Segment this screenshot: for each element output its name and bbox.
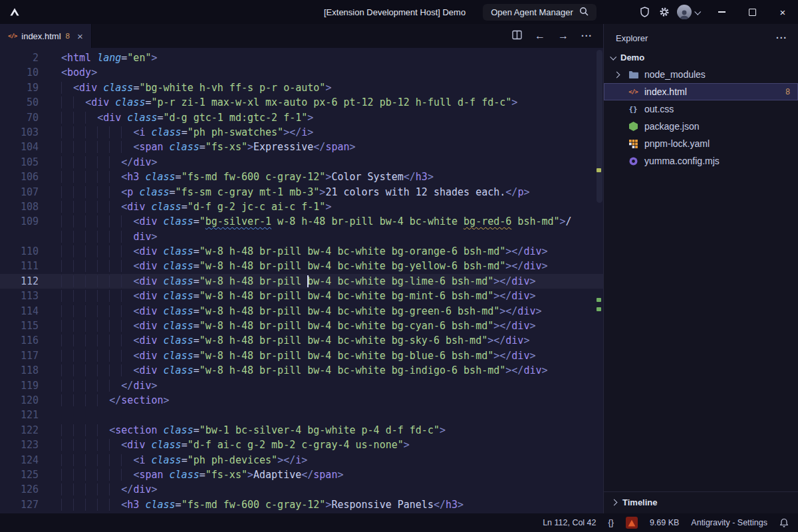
code-text: <div class="p-r zi-1 max-w-xl mx-auto px… [47, 95, 603, 110]
code-line-wrap[interactable]: div> [0, 229, 603, 244]
code-text: <div class="w-8 h-48 br-pill bw-4 bc-whi… [47, 319, 603, 333]
code-text [47, 408, 603, 422]
tab-index-html[interactable]: </> index.html 8 × [0, 24, 92, 48]
explorer-section-demo[interactable]: Demo [604, 50, 798, 66]
overview-ruler-mark [597, 168, 601, 172]
maximize-button[interactable] [737, 0, 767, 24]
bell-icon[interactable] [779, 518, 789, 527]
line-number: 109 [0, 214, 47, 229]
code-line-117[interactable]: 117 <div class="w-8 h-48 br-pill bw-4 bc… [0, 348, 603, 363]
account-menu[interactable] [677, 5, 700, 19]
tab-bar: </> index.html 8 × ← → ··· [0, 24, 603, 48]
code-line-10[interactable]: 10<body> [0, 65, 603, 80]
editor[interactable]: 2<html lang="en">10<body>19 <div class="… [0, 48, 603, 513]
code-line-112[interactable]: 112 <div class="w-8 h-48 br-pill bw-4 bc… [0, 274, 603, 289]
code-line-70[interactable]: 70 <div class="d-g gtc-1 md:gtc-2 f-1"> [0, 110, 603, 125]
code-line-122[interactable]: 122 <section class="bw-1 bc-silver-4 bg-… [0, 423, 603, 438]
file-item-node_modules[interactable]: node_modules [604, 66, 798, 83]
line-number: 119 [0, 378, 47, 393]
more-actions-icon[interactable]: ··· [581, 31, 593, 41]
file-item-yumma.config.mjs[interactable]: yumma.config.mjs [604, 152, 798, 170]
code-line-108[interactable]: 108 <div class="d-f g-2 jc-c ai-c f-1"> [0, 200, 603, 214]
cursor-position[interactable]: Ln 112, Col 42 [543, 518, 596, 527]
code-line-110[interactable]: 110 <div class="w-8 h-48 br-pill bw-4 bc… [0, 244, 603, 259]
navigate-back-icon[interactable]: ← [535, 30, 545, 42]
line-number: 10 [0, 65, 47, 80]
file-item-index.html[interactable]: </>index.html8 [604, 83, 798, 100]
chevron-down-icon [694, 8, 701, 15]
code-line-127[interactable]: 127 <h3 class="fs-md fw-600 c-gray-12">R… [0, 497, 603, 512]
code-line-120[interactable]: 120 </section> [0, 393, 603, 408]
code-line-114[interactable]: 114 <div class="w-8 h-48 br-pill bw-4 bc… [0, 304, 603, 319]
code-line-121[interactable]: 121 [0, 408, 603, 422]
code-text: <div class="d-f ai-c g-2 mb-2 c-gray-4 u… [47, 438, 603, 452]
code-text: <div class="w-8 h-48 br-pill bw-4 bc-whi… [47, 333, 603, 348]
explorer-more-icon[interactable]: ··· [776, 33, 787, 43]
code-line-123[interactable]: 123 <div class="d-f ai-c g-2 mb-2 c-gray… [0, 438, 603, 452]
file-label: package.json [644, 121, 790, 132]
open-agent-manager-label: Open Agent Manager [491, 7, 573, 17]
tab-label: index.html [21, 31, 61, 41]
window-title: [Extension Development Host] Demo [324, 7, 466, 17]
scrollbar-thumb[interactable] [597, 50, 602, 203]
code-line-124[interactable]: 124 <i class="ph ph-devices"></i> [0, 453, 603, 467]
code-line-115[interactable]: 115 <div class="w-8 h-48 br-pill bw-4 bc… [0, 319, 603, 333]
line-number: 125 [0, 467, 47, 482]
file-label: out.css [644, 104, 790, 114]
minimize-button[interactable] [706, 0, 737, 24]
code-line-119[interactable]: 119 </div> [0, 378, 603, 393]
antigravity-logo-icon[interactable] [626, 517, 638, 529]
code-line-125[interactable]: 125 <span class="fs-xs">Adaptive</span> [0, 467, 603, 482]
code-line-103[interactable]: 103 <i class="ph ph-swatches"></i> [0, 125, 603, 140]
code-line-109[interactable]: 109 <div class="bg-silver-1 w-8 h-48 br-… [0, 214, 603, 229]
line-number: 116 [0, 333, 47, 348]
code-text: <div class="w-8 h-48 br-pill bw-4 bc-whi… [47, 348, 603, 363]
file-label: yumma.config.mjs [644, 156, 790, 166]
code-line-106[interactable]: 106 <h3 class="fs-md fw-600 c-gray-12">C… [0, 170, 603, 184]
close-button[interactable]: × [767, 0, 798, 24]
language-mode-icon[interactable]: {} [608, 518, 614, 527]
code-text: <p class="fs-sm c-gray mt-1 mb-3">21 col… [47, 185, 603, 200]
status-bar: Ln 112, Col 42 {} 9.69 KB Antigravity - … [0, 513, 798, 532]
code-line-126[interactable]: 126 </div> [0, 482, 603, 497]
line-number: 105 [0, 155, 47, 170]
file-label: node_modules [644, 69, 790, 80]
code-text: <span class="fs-xs">Adaptive</span> [47, 467, 603, 482]
code-line-104[interactable]: 104 <span class="fs-xs">Expressive</span… [0, 140, 603, 154]
file-item-out.css[interactable]: {}out.css [604, 100, 798, 118]
settings-gear-icon[interactable] [654, 0, 674, 24]
file-item-pnpm-lock.yaml[interactable]: pnpm-lock.yaml [604, 135, 798, 152]
timeline-section[interactable]: Timeline [604, 491, 798, 513]
html-file-icon: </> [626, 88, 640, 95]
split-editor-icon[interactable] [512, 30, 522, 43]
tab-close-icon[interactable]: × [77, 31, 83, 42]
shield-icon[interactable] [634, 0, 654, 24]
code-text: <div class="w-8 h-48 br-pill bw-4 bc-whi… [47, 304, 603, 319]
titlebar-center: [Extension Development Host] Demo Open A… [324, 0, 597, 24]
code-line-105[interactable]: 105 </div> [0, 155, 603, 170]
code-line-107[interactable]: 107 <p class="fs-sm c-gray mt-1 mb-3">21… [0, 185, 603, 200]
line-number: 50 [0, 95, 47, 110]
code-line-118[interactable]: 118 <div class="w-8 h-48 br-pill bw-4 bc… [0, 363, 603, 378]
code-line-116[interactable]: 116 <div class="w-8 h-48 br-pill bw-4 bc… [0, 333, 603, 348]
app-window: [Extension Development Host] Demo Open A… [0, 0, 798, 532]
css-file-icon: {} [626, 105, 640, 114]
navigate-forward-icon[interactable]: → [558, 30, 569, 42]
open-agent-manager-button[interactable]: Open Agent Manager [483, 4, 597, 21]
code-lines: 2<html lang="en">10<body>19 <div class="… [0, 48, 603, 512]
code-line-111[interactable]: 111 <div class="w-8 h-48 br-pill bw-4 bc… [0, 259, 603, 273]
code-text: </section> [47, 393, 603, 408]
file-list: node_modules</>index.html8{}out.csspacka… [604, 66, 798, 170]
line-number: 106 [0, 170, 47, 184]
code-line-113[interactable]: 113 <div class="w-8 h-48 br-pill bw-4 bc… [0, 289, 603, 303]
file-item-package.json[interactable]: package.json [604, 118, 798, 135]
timeline-label: Timeline [622, 497, 658, 507]
settings-status[interactable]: Antigravity - Settings [691, 518, 767, 527]
explorer-sidebar: Explorer ··· Demo node_modules</>index.h… [603, 24, 798, 513]
code-line-50[interactable]: 50 <div class="p-r zi-1 max-w-xl mx-auto… [0, 95, 603, 110]
file-label: pnpm-lock.yaml [644, 138, 790, 149]
code-text: </div> [47, 155, 603, 170]
code-line-19[interactable]: 19 <div class="bg-white h-vh ff-s p-r o-… [0, 80, 603, 95]
code-line-2[interactable]: 2<html lang="en"> [0, 51, 603, 65]
chevron-down-icon [610, 54, 616, 61]
